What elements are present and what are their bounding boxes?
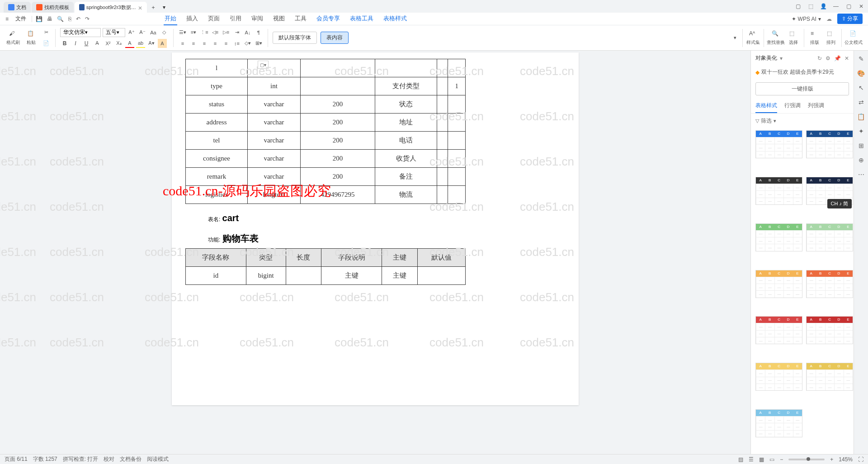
table-cell[interactable] [437, 95, 448, 114]
table-cell[interactable]: address [186, 114, 248, 132]
tab-table-tools[interactable]: 表格工具 [349, 13, 374, 25]
view-read-icon[interactable]: ▭ [769, 456, 774, 463]
table-cell[interactable] [448, 168, 466, 186]
table-row[interactable]: l [186, 59, 466, 77]
table-cell[interactable]: 200 [300, 95, 375, 114]
cube-icon[interactable]: ⬚ [807, 3, 814, 9]
table-cell[interactable]: varchar [248, 95, 301, 114]
table-row[interactable]: statusvarchar200状态 [186, 95, 466, 114]
zoom-in-icon[interactable]: + [830, 456, 833, 463]
table-cell[interactable]: int [248, 77, 301, 95]
align-right-icon[interactable]: ≡ [200, 39, 209, 48]
indent-inc-icon[interactable]: ▷≡ [222, 28, 231, 37]
tab-docs[interactable]: 文档 [4, 2, 31, 13]
tab-table-styles[interactable]: 表格样式 [382, 13, 408, 25]
indent-dec-icon[interactable]: ◁≡ [211, 28, 220, 37]
table-header-cell[interactable]: 长度 [286, 249, 321, 267]
new-tab-button[interactable]: ＋ [148, 2, 159, 13]
table-header-cell[interactable]: 字段说明 [321, 249, 382, 267]
tab-document[interactable]: springboot9r2r3数据库文档✕ [75, 2, 147, 13]
table-cell[interactable]: 物流 [375, 186, 437, 204]
document-page[interactable]: ▢▾ ltypeint支付类型1statusvarchar200状态addres… [172, 52, 579, 405]
panel-tab-table-style[interactable]: 表格样式 [755, 99, 777, 113]
cut-icon[interactable]: ✂ [42, 28, 51, 37]
table-cell[interactable]: 4294967295 [300, 186, 375, 204]
table-row[interactable]: typeint支付类型1 [186, 77, 466, 95]
table-cell[interactable] [375, 59, 437, 77]
table-cell[interactable] [437, 59, 448, 77]
undo-icon[interactable]: ↶ [76, 16, 80, 22]
paste-button[interactable]: 📋粘贴 [24, 30, 39, 46]
table-cell[interactable]: 200 [300, 114, 375, 132]
borders-icon[interactable]: ⊞▾ [254, 39, 263, 48]
table-cell[interactable] [437, 186, 448, 204]
style-set-button[interactable]: Aᴬ样式集 [745, 30, 761, 46]
table-cell[interactable] [448, 59, 466, 77]
table-header-cell[interactable]: 默认值 [417, 249, 465, 267]
document-canvas[interactable]: ▢▾ ltypeint支付类型1statusvarchar200状态addres… [0, 51, 750, 454]
view-outline-icon[interactable]: ☰ [749, 456, 754, 463]
table-cell[interactable] [417, 267, 465, 285]
table-cell[interactable]: 200 [300, 150, 375, 168]
preview-icon[interactable]: 🔍 [57, 16, 64, 22]
numbering-icon[interactable]: ≡▾ [189, 28, 198, 37]
tab-insert[interactable]: 插入 [185, 13, 199, 25]
table-style-thumb[interactable]: ABCDE [806, 130, 853, 158]
table-style-thumb[interactable]: ABCDE [755, 363, 802, 391]
table-style-thumb[interactable]: ABCDE [806, 270, 853, 298]
clear-format-icon[interactable]: ◇ [160, 28, 169, 37]
sidebar-more-icon[interactable]: ⋯ [857, 171, 865, 179]
table-style-thumb[interactable]: ABCDE [755, 177, 802, 205]
table-cell[interactable]: 收货人 [375, 150, 437, 168]
table-cell[interactable]: consignee [186, 150, 248, 168]
strike-icon[interactable]: A̵ [93, 39, 102, 48]
grow-font-icon[interactable]: A⁺ [127, 28, 136, 37]
zoom-level[interactable]: 145% [839, 456, 853, 463]
sidebar-select-icon[interactable]: ↖ [857, 84, 865, 92]
table-cell[interactable] [448, 186, 466, 204]
table-cell[interactable] [448, 150, 466, 168]
table-style-thumb[interactable]: ABCDE [755, 223, 802, 251]
gov-mode-button[interactable]: 📄公文模式 [844, 30, 863, 46]
font-name-select[interactable]: 华文仿宋 ▾ [60, 28, 101, 37]
highlight-icon[interactable]: ab [136, 39, 145, 48]
table-cell[interactable]: 1 [448, 77, 466, 95]
window-restore-icon[interactable]: ▢ [795, 3, 801, 9]
table-row[interactable]: idbigint主键主键 [186, 267, 466, 285]
settings-icon[interactable]: ⚙ [826, 55, 830, 62]
sidebar-plugin-icon[interactable]: ⊕ [857, 156, 865, 165]
table-cell[interactable]: 主键 [382, 267, 418, 285]
align-center-icon[interactable]: ≡ [189, 39, 198, 48]
align-left-icon[interactable]: ≡ [178, 39, 187, 48]
table-cell[interactable]: 地址 [375, 114, 437, 132]
nav-pane-icon[interactable]: ▢▾ [258, 61, 269, 69]
align-justify-icon[interactable]: ≡ [211, 39, 220, 48]
table-cell[interactable] [437, 132, 448, 150]
refresh-icon[interactable]: ↻ [817, 55, 822, 62]
status-backup[interactable]: 文档备份 [120, 455, 142, 463]
table-cell[interactable] [437, 168, 448, 186]
bullets-icon[interactable]: ☰▾ [178, 28, 187, 37]
style-gallery-more-icon[interactable]: ▾ [731, 33, 740, 43]
table-header-cell[interactable]: 类型 [246, 249, 286, 267]
show-marks-icon[interactable]: ¶ [254, 28, 263, 37]
table-header-cell[interactable]: 字段名称 [186, 249, 246, 267]
table-cell[interactable]: 支付类型 [375, 77, 437, 95]
table-cell[interactable]: 电话 [375, 132, 437, 150]
table-cell[interactable] [448, 132, 466, 150]
sort-icon[interactable]: A↓ [243, 28, 252, 37]
status-words[interactable]: 字数 1257 [33, 455, 57, 463]
table-cell[interactable] [448, 95, 466, 114]
tab-view[interactable]: 视图 [272, 13, 286, 25]
table-row[interactable]: consigneevarchar200收货人 [186, 150, 466, 168]
tab-member[interactable]: 会员专享 [316, 13, 341, 25]
tab-tools[interactable]: 工具 [294, 13, 307, 25]
print-icon[interactable]: 🖶 [47, 16, 52, 22]
table-2[interactable]: 字段名称类型长度字段说明主键默认值 idbigint主键主键 [185, 248, 466, 285]
superscript-icon[interactable]: X² [104, 39, 113, 48]
filter-button[interactable]: ▽ 筛选 ▾ [751, 114, 854, 128]
default-para-font-style[interactable]: 默认段落字体 [273, 32, 317, 44]
table-cell[interactable] [248, 59, 301, 77]
table-cell[interactable]: remark [186, 168, 248, 186]
pin-icon[interactable]: 📌 [834, 55, 841, 62]
